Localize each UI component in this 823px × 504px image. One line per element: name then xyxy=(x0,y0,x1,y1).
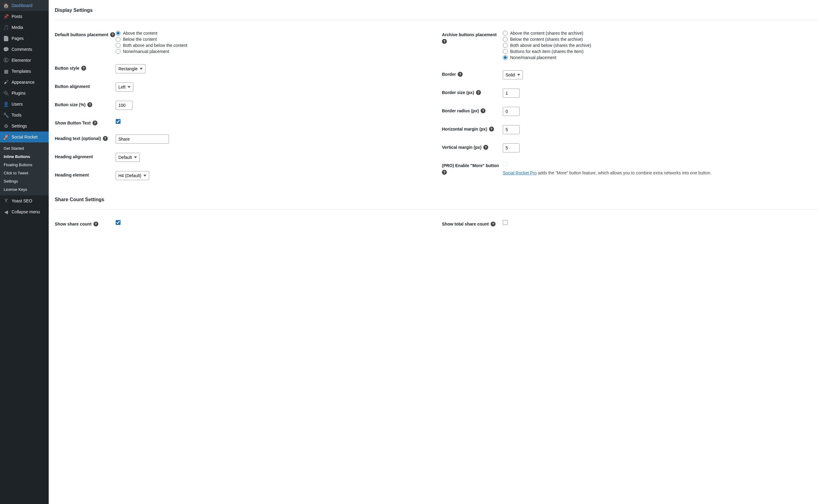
heading-element-select[interactable]: H4 (Default) xyxy=(116,171,149,180)
dashboard-icon: 🏠 xyxy=(3,2,9,9)
sub-item-click-to-tweet[interactable]: Click to Tweet xyxy=(0,169,49,177)
elementor-icon: Ⓔ xyxy=(3,57,9,63)
nav-item-social-rocket[interactable]: 🚀Social Rocket xyxy=(0,132,49,142)
nav-item-dashboard[interactable]: 🏠Dashboard xyxy=(0,0,49,11)
help-icon[interactable]: ? xyxy=(476,90,481,95)
more-button-checkbox xyxy=(503,162,508,166)
nav-item-elementor[interactable]: ⒺElementor xyxy=(0,55,49,66)
show-button-text-checkbox[interactable] xyxy=(116,119,121,124)
radio-option[interactable] xyxy=(116,49,121,54)
show-share-count-checkbox[interactable] xyxy=(116,220,121,225)
sub-item-floating-buttons[interactable]: Floating Buttons xyxy=(0,161,49,169)
nav-list: 🏠Dashboard📌Posts🎵Media📄Pages💬CommentsⒺEl… xyxy=(0,0,49,217)
archive-placement-radios: Above the content (shares the archive)Be… xyxy=(503,31,817,61)
v-margin-input[interactable] xyxy=(503,143,519,153)
appearance-icon: 🖌 xyxy=(3,79,9,85)
nav-item-templates[interactable]: ▦Templates xyxy=(0,66,49,77)
nav-item-comments[interactable]: 💬Comments xyxy=(0,44,49,55)
show-total-share-count-checkbox[interactable] xyxy=(503,220,508,225)
nav-item-plugins[interactable]: 🔌Plugins xyxy=(0,88,49,99)
sub-item-get-started[interactable]: Get Started xyxy=(0,144,49,153)
radio-option[interactable] xyxy=(116,37,121,42)
social-rocket-icon: 🚀 xyxy=(3,134,9,140)
border-size-input[interactable] xyxy=(503,89,519,98)
help-icon[interactable]: ? xyxy=(483,145,488,150)
nav-item-collapse-menu[interactable]: ◀Collapse menu xyxy=(0,206,49,217)
help-icon[interactable]: ? xyxy=(88,102,92,107)
radio-option[interactable] xyxy=(116,31,121,36)
nav-item-settings[interactable]: ⚙Settings xyxy=(0,121,49,132)
section-display-settings: Display Settings xyxy=(55,0,817,20)
help-icon[interactable]: ? xyxy=(81,66,86,70)
sub-item-license-keys[interactable]: License Keys xyxy=(0,185,49,194)
comments-icon: 💬 xyxy=(3,46,9,52)
sub-item-settings[interactable]: Settings xyxy=(0,177,49,185)
help-icon[interactable]: ? xyxy=(481,108,485,113)
help-icon[interactable]: ? xyxy=(94,221,98,226)
admin-sidebar: 🏠Dashboard📌Posts🎵Media📄Pages💬CommentsⒺEl… xyxy=(0,0,49,504)
sub-item-inline-buttons[interactable]: Inline Buttons xyxy=(0,153,49,161)
media-icon: 🎵 xyxy=(3,24,9,30)
help-icon[interactable]: ? xyxy=(442,39,447,44)
posts-icon: 📌 xyxy=(3,13,9,19)
help-icon[interactable]: ? xyxy=(491,221,496,226)
heading-text-input[interactable] xyxy=(116,135,169,144)
radio-option[interactable] xyxy=(503,43,508,48)
radio-option[interactable] xyxy=(116,43,121,48)
help-icon[interactable]: ? xyxy=(442,170,447,175)
border-select[interactable]: Solid xyxy=(503,70,523,79)
radio-option[interactable] xyxy=(503,37,508,42)
templates-icon: ▦ xyxy=(3,68,9,74)
radio-option[interactable] xyxy=(503,31,508,36)
h-margin-input[interactable] xyxy=(503,125,519,134)
social-rocket-pro-link[interactable]: Social Rocket Pro xyxy=(503,170,537,175)
yoast-seo-icon: Y xyxy=(3,198,9,204)
pages-icon: 📄 xyxy=(3,35,9,41)
nav-item-posts[interactable]: 📌Posts xyxy=(0,11,49,22)
tools-icon: 🔧 xyxy=(3,112,9,118)
heading-alignment-select[interactable]: Default xyxy=(116,153,140,162)
radio-option[interactable] xyxy=(503,55,508,60)
main-content: Display Settings Default buttons placeme… xyxy=(49,0,823,504)
button-alignment-select[interactable]: Left xyxy=(116,82,133,92)
plugins-icon: 🔌 xyxy=(3,90,9,96)
help-icon[interactable]: ? xyxy=(458,72,463,77)
border-radius-input[interactable] xyxy=(503,107,519,116)
field-archive-placement: Archive buttons placement? Above the con… xyxy=(442,31,817,61)
help-icon[interactable]: ? xyxy=(489,127,494,132)
nav-item-media[interactable]: 🎵Media xyxy=(0,22,49,33)
section-share-count: Share Count Settings xyxy=(55,189,817,209)
nav-item-appearance[interactable]: 🖌Appearance xyxy=(0,77,49,88)
users-icon: 👤 xyxy=(3,101,9,107)
nav-item-yoast-seo[interactable]: YYoast SEO xyxy=(0,195,49,206)
settings-icon: ⚙ xyxy=(3,123,9,129)
collapse-menu-icon: ◀ xyxy=(3,209,9,215)
help-icon[interactable]: ? xyxy=(93,121,98,125)
default-placement-radios: Above the contentBelow the contentBoth a… xyxy=(116,31,430,55)
help-icon[interactable]: ? xyxy=(110,32,115,37)
sub-nav: Get StartedInline ButtonsFloating Button… xyxy=(0,142,49,195)
radio-option[interactable] xyxy=(503,49,508,54)
more-button-desc: Social Rocket Pro adds the "More" button… xyxy=(503,170,817,176)
nav-item-pages[interactable]: 📄Pages xyxy=(0,33,49,44)
help-icon[interactable]: ? xyxy=(103,136,108,141)
nav-item-tools[interactable]: 🔧Tools xyxy=(0,110,49,121)
field-default-placement: Default buttons placement? Above the con… xyxy=(55,31,430,55)
button-size-input[interactable] xyxy=(116,101,132,110)
nav-item-users[interactable]: 👤Users xyxy=(0,99,49,110)
button-style-select[interactable]: Rectangle xyxy=(116,64,146,73)
